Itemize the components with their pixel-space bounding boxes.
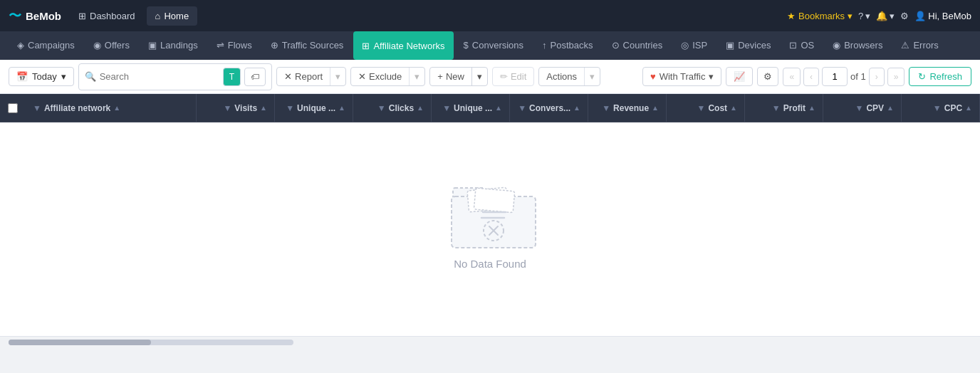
errors-icon: ⚠ (901, 40, 909, 51)
conversions-nav[interactable]: $ Conversions (455, 31, 533, 60)
next-page-btn[interactable]: › (869, 68, 885, 86)
first-page-btn[interactable]: « (783, 68, 801, 86)
search-input[interactable] (100, 71, 219, 82)
with-traffic-btn[interactable]: ♥ With Traffic ▾ (642, 67, 722, 86)
logo-text: BeMob (26, 10, 61, 22)
filter-icon: ▼ (518, 103, 526, 113)
scrollbar-track (9, 340, 293, 345)
filter-tag-btn[interactable]: 🏷 (244, 68, 266, 86)
exclude-dropdown-btn[interactable]: ▾ (409, 68, 424, 85)
search-box: 🔍 T 🏷 (78, 63, 272, 90)
campaigns-nav[interactable]: ◈ Campaigns (9, 31, 83, 60)
sort-icon: ▲ (965, 104, 972, 112)
logo-icon: 〜 (9, 7, 21, 24)
search-icon: 🔍 (85, 71, 96, 82)
chevron-down-icon: ▾ (848, 11, 853, 21)
postbacks-icon: ↑ (542, 40, 547, 51)
col-cost[interactable]: ▼ Cost ▲ (667, 94, 745, 122)
col-cpc[interactable]: ▼ CPC ▲ (902, 94, 980, 122)
col-conversions[interactable]: ▼ Convers... ▲ (510, 94, 588, 122)
refresh-icon: ↻ (918, 71, 926, 82)
table-header: ▼ Affiliate network ▲ ▼ Visits ▲ ▼ Uniqu… (0, 94, 980, 122)
empty-state-icon (447, 175, 533, 246)
user-menu[interactable]: 👤 Hi, BeMob (914, 11, 971, 21)
chart-icon: 📈 (734, 71, 745, 82)
filter-icon: ▼ (223, 103, 231, 113)
select-all-checkbox[interactable] (0, 103, 26, 113)
notifications-btn[interactable]: 🔔 ▾ (876, 11, 895, 21)
chevron-icon: ▾ (890, 11, 895, 21)
traffic-sources-nav[interactable]: ⊕ Traffic Sources (262, 31, 353, 60)
page-number-input[interactable] (822, 67, 848, 86)
filter-icon: ▼ (377, 103, 386, 113)
col-cpv[interactable]: ▼ CPV ▲ (823, 94, 902, 122)
scrollbar-area[interactable] (0, 336, 980, 347)
tag-filter-btn[interactable]: T (223, 68, 241, 86)
devices-nav[interactable]: ▣ Devices (717, 31, 779, 60)
refresh-btn[interactable]: ↻ Refresh (909, 67, 971, 86)
settings-btn[interactable]: ⚙ (900, 11, 909, 21)
col-visits[interactable]: ▼ Visits ▲ (197, 94, 275, 122)
scrollbar-thumb[interactable] (9, 340, 151, 345)
affiliate-networks-nav[interactable]: ⊞ Affiliate Networks (353, 31, 453, 60)
os-nav[interactable]: ⊡ OS (781, 31, 823, 60)
no-data-text: No Data Found (454, 258, 526, 270)
col-profit[interactable]: ▼ Profit ▲ (745, 94, 823, 122)
chevron-down-icon: ▾ (61, 71, 66, 82)
chevron-icon: ▾ (865, 11, 870, 21)
exclude-btn-group: ✕ Exclude ▾ (350, 67, 425, 86)
col-revenue[interactable]: ▼ Revenue ▲ (588, 94, 667, 122)
browsers-nav[interactable]: ◉ Browsers (824, 31, 891, 60)
page-of-label: of 1 (850, 71, 866, 82)
chart-btn[interactable]: 📈 (726, 67, 753, 86)
errors-nav[interactable]: ⚠ Errors (892, 31, 947, 60)
chevron-down-icon: ▾ (709, 71, 714, 82)
new-dropdown-btn[interactable]: ▾ (471, 68, 487, 85)
plus-icon: + (437, 71, 443, 82)
top-navigation: 〜 BeMob ⊞ Dashboard ⌂ Home ★ Bookmarks ▾… (0, 0, 980, 31)
exclude-icon: ✕ (358, 71, 366, 82)
actions-btn[interactable]: Actions (539, 68, 584, 85)
svg-rect-3 (474, 188, 514, 213)
report-dropdown-btn[interactable]: ▾ (330, 68, 345, 85)
home-nav-btn[interactable]: ⌂ Home (147, 6, 198, 26)
last-page-btn[interactable]: » (887, 68, 905, 86)
postbacks-nav[interactable]: ↑ Postbacks (533, 31, 601, 60)
campaigns-icon: ◈ (17, 40, 24, 51)
prev-page-btn[interactable]: ‹ (803, 68, 819, 86)
pagination: « ‹ of 1 › » (783, 67, 905, 86)
isp-icon: ◎ (681, 40, 689, 51)
flows-nav[interactable]: ⇌ Flows (208, 31, 261, 60)
landings-nav[interactable]: ▣ Landings (140, 31, 207, 60)
help-btn[interactable]: ? ▾ (858, 11, 870, 21)
dashboard-nav-btn[interactable]: ⊞ Dashboard (70, 6, 144, 26)
report-icon: ✕ (284, 71, 292, 82)
dashboard-icon: ⊞ (78, 11, 86, 21)
col-unique2[interactable]: ▼ Unique ... ▲ (432, 94, 510, 122)
edit-btn[interactable]: ✏ Edit (492, 67, 534, 86)
col-clicks[interactable]: ▼ Clicks ▲ (353, 94, 432, 122)
sort-icon: ▲ (113, 104, 120, 112)
sort-icon: ▲ (495, 104, 502, 112)
offers-icon: ◉ (93, 40, 101, 51)
report-btn[interactable]: ✕ Report (277, 68, 330, 85)
table-settings-btn[interactable]: ⚙ (757, 67, 778, 86)
bell-icon: 🔔 (876, 11, 887, 21)
col-affiliate-network[interactable]: ▼ Affiliate network ▲ (26, 94, 197, 122)
browsers-icon: ◉ (833, 40, 840, 51)
isp-nav[interactable]: ◎ ISP (672, 31, 716, 60)
offers-nav[interactable]: ◉ Offers (85, 31, 138, 60)
bookmarks-btn[interactable]: ★ Bookmarks ▾ (787, 11, 853, 21)
date-picker[interactable]: 📅 Today ▾ (9, 67, 74, 86)
logo: 〜 BeMob (9, 7, 61, 24)
countries-nav[interactable]: ⊙ Countries (603, 31, 672, 60)
question-icon: ? (858, 11, 863, 21)
actions-dropdown-btn[interactable]: ▾ (584, 68, 600, 85)
sort-icon: ▲ (887, 104, 894, 112)
sort-icon: ▲ (417, 104, 424, 112)
filter-icon: ▼ (855, 103, 864, 113)
exclude-btn[interactable]: ✕ Exclude (351, 68, 409, 85)
col-unique1[interactable]: ▼ Unique ... ▲ (275, 94, 353, 122)
countries-icon: ⊙ (612, 40, 620, 51)
new-btn[interactable]: + New (430, 68, 471, 85)
